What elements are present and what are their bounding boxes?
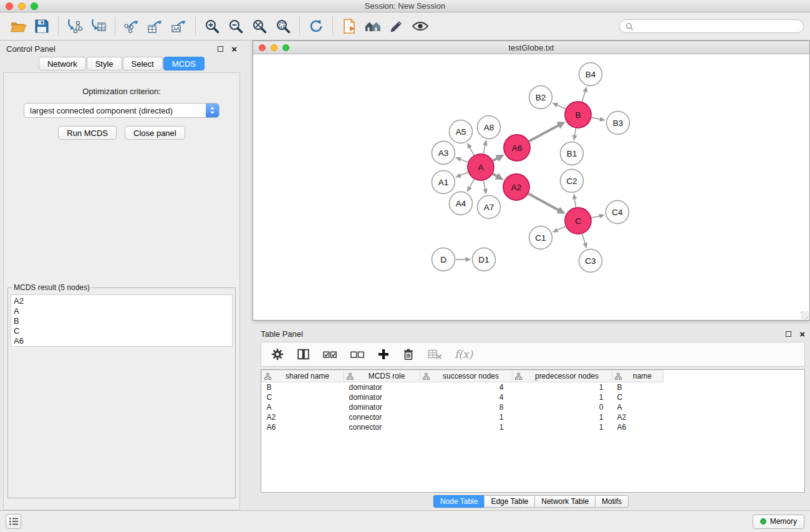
fullscreen-window-button[interactable]: [31, 2, 38, 10]
column-header-name[interactable]: name: [612, 370, 663, 382]
graph-node-A3[interactable]: A3: [432, 142, 455, 165]
export-network-button[interactable]: [120, 15, 143, 37]
graph-edge-C-C4[interactable]: [591, 216, 600, 218]
close-window-button[interactable]: [6, 2, 13, 10]
graph-node-A8[interactable]: A8: [478, 116, 501, 139]
table-row[interactable]: A2connector11A2: [262, 412, 663, 422]
tab-mcds[interactable]: MCDS: [163, 57, 205, 70]
network-graph[interactable]: B4B2BB3A5A8A6A3B1AC2A1A2A4A7C4CC1C3DD1: [253, 54, 809, 319]
minimize-window-button[interactable]: [18, 2, 26, 10]
mcds-result-item[interactable]: A2: [14, 296, 232, 306]
delete-column-button[interactable]: [402, 347, 415, 361]
save-session-button[interactable]: [30, 15, 54, 37]
deselect-all-button[interactable]: [350, 347, 365, 361]
graph-edge-A-A6[interactable]: [493, 158, 498, 160]
close-network-window-button[interactable]: [259, 44, 266, 51]
table-tab-network-table[interactable]: Network Table: [534, 495, 595, 508]
close-panel-button-mcds[interactable]: Close panel: [125, 126, 185, 140]
mcds-result-item[interactable]: C: [14, 326, 232, 336]
show-columns-button[interactable]: [296, 347, 311, 361]
function-builder-button[interactable]: f(x): [455, 348, 473, 360]
tab-select[interactable]: Select: [123, 57, 163, 70]
column-header-successor-nodes[interactable]: successor nodes: [420, 370, 513, 382]
graph-edge-A-A4[interactable]: [470, 179, 475, 188]
table-settings-button[interactable]: [271, 347, 284, 361]
graph-edge-C-C1[interactable]: [557, 226, 566, 230]
graph-edge-A-A7[interactable]: [483, 181, 485, 190]
mcds-result-item[interactable]: A6: [14, 336, 232, 346]
column-header-predecessor-nodes[interactable]: predecessor nodes: [513, 370, 612, 382]
float-table-panel-button[interactable]: [786, 331, 791, 337]
select-all-button[interactable]: [322, 347, 338, 361]
column-header-shared-name[interactable]: shared name: [262, 370, 344, 382]
graph-node-B4[interactable]: B4: [579, 63, 602, 86]
mcds-result-item[interactable]: A: [14, 306, 232, 316]
resize-grip[interactable]: [801, 311, 809, 319]
graph-node-A7[interactable]: A7: [478, 196, 501, 219]
graph-node-B2[interactable]: B2: [529, 86, 552, 109]
search-input[interactable]: [637, 22, 798, 31]
graph-edge-B-B3[interactable]: [592, 117, 601, 119]
network-canvas[interactable]: B4B2BB3A5A8A6A3B1AC2A1A2A4A7C4CC1C3DD1: [253, 54, 809, 320]
tab-network[interactable]: Network: [39, 57, 86, 70]
graph-edge-C-C2[interactable]: [574, 198, 576, 207]
graph-edge-A-A3[interactable]: [460, 159, 468, 162]
zoom-selected-button[interactable]: [271, 15, 295, 37]
memory-button[interactable]: Memory: [753, 515, 804, 529]
graph-node-D[interactable]: D: [432, 248, 455, 271]
graph-edge-C-C3[interactable]: [582, 234, 586, 244]
graph-node-A2[interactable]: A2: [503, 174, 529, 200]
annotate-button[interactable]: [385, 15, 408, 37]
graph-node-A[interactable]: A: [468, 154, 494, 180]
graph-node-D1[interactable]: D1: [473, 248, 496, 271]
graph-edge-A2-C[interactable]: [528, 194, 559, 211]
import-network-button[interactable]: [63, 15, 87, 37]
maximize-network-window-button[interactable]: [282, 44, 289, 51]
import-table-button[interactable]: [87, 15, 110, 37]
home-network-button[interactable]: [361, 15, 385, 37]
export-table-button[interactable]: [143, 15, 167, 37]
graph-node-B[interactable]: B: [565, 102, 591, 128]
graph-edge-A-A1[interactable]: [460, 172, 468, 175]
search-box[interactable]: [619, 19, 804, 33]
graph-edge-A6-B[interactable]: [529, 125, 559, 142]
graph-node-B3[interactable]: B3: [607, 112, 630, 135]
table-row[interactable]: Adominator80A: [262, 402, 663, 412]
export-image-button[interactable]: [167, 15, 191, 37]
graph-node-A4[interactable]: A4: [450, 192, 473, 215]
graph-node-B1[interactable]: B1: [561, 142, 584, 165]
graph-node-A6[interactable]: A6: [504, 135, 530, 161]
zoom-fit-button[interactable]: [248, 15, 271, 37]
graph-edge-A-A2[interactable]: [493, 174, 497, 177]
minimize-network-window-button[interactable]: [271, 44, 277, 51]
graph-edge-A-A5[interactable]: [470, 147, 474, 155]
graph-node-C3[interactable]: C3: [579, 249, 602, 273]
mcds-result-item[interactable]: B: [14, 316, 232, 326]
close-panel-button[interactable]: ×: [231, 44, 237, 54]
graph-edge-B-B4[interactable]: [582, 91, 585, 102]
criterion-dropdown[interactable]: largest connected component (directed): [24, 103, 219, 118]
graph-node-C2[interactable]: C2: [561, 170, 584, 193]
zoom-in-button[interactable]: [200, 15, 224, 37]
table-tab-motifs[interactable]: Motifs: [595, 495, 629, 508]
refresh-button[interactable]: [304, 15, 328, 37]
graph-node-C4[interactable]: C4: [606, 201, 629, 224]
graph-edge-B-B1[interactable]: [575, 128, 576, 136]
zoom-out-button[interactable]: [224, 15, 248, 37]
close-table-panel-button[interactable]: ×: [799, 329, 805, 339]
open-document-button[interactable]: [337, 15, 361, 37]
table-tab-edge-table[interactable]: Edge Table: [484, 495, 535, 508]
run-mcds-button[interactable]: Run MCDS: [58, 126, 117, 140]
node-table-container[interactable]: shared nameMCDS rolesuccessor nodesprede…: [261, 369, 805, 493]
graph-node-C[interactable]: C: [565, 208, 591, 234]
float-panel-button[interactable]: [218, 46, 223, 52]
graph-edge-B-B2[interactable]: [557, 105, 566, 109]
graph-node-A1[interactable]: A1: [432, 171, 455, 194]
add-column-button[interactable]: [377, 348, 390, 360]
table-row[interactable]: Bdominator41B: [262, 382, 663, 392]
show-hide-button[interactable]: [408, 15, 432, 37]
column-header-MCDS-role[interactable]: MCDS role: [344, 370, 420, 382]
task-history-button[interactable]: [6, 514, 21, 529]
graph-edge-A-A8[interactable]: [483, 145, 485, 154]
open-session-button[interactable]: [6, 15, 30, 37]
